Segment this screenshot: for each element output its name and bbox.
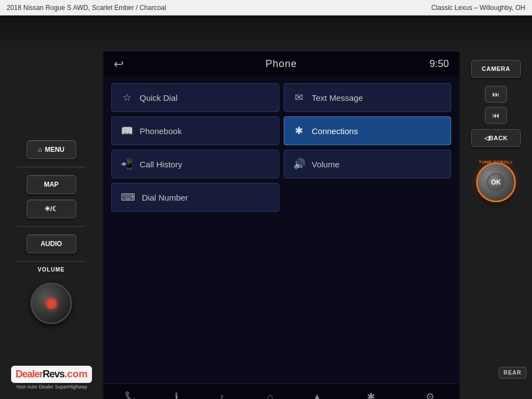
- quick-dial-icon: ☆: [121, 91, 133, 104]
- call-history-label: Call History: [140, 160, 182, 169]
- text-message-label: Text Message: [312, 93, 364, 103]
- rear-badge: REAR: [499, 367, 526, 378]
- map-label: MAP: [44, 181, 59, 188]
- nav-info[interactable]: ℹ Info: [166, 388, 187, 399]
- display-button[interactable]: ☀/☾: [27, 200, 76, 218]
- nav-connections[interactable]: ✱ Connections: [350, 388, 392, 399]
- media-buttons: ⏭ ⏮: [485, 86, 507, 124]
- skip-forward-button[interactable]: ⏭: [485, 86, 507, 103]
- phonebook-icon: 📖: [121, 125, 133, 137]
- menu-home-icon: ⌂: [38, 146, 42, 154]
- back-button[interactable]: ↩: [114, 57, 124, 71]
- text-message-icon: ✉: [293, 91, 305, 104]
- connections-button[interactable]: ✱ Connections: [284, 116, 452, 145]
- left-separator-1: [17, 167, 86, 167]
- dial-number-label: Dial Number: [142, 193, 188, 202]
- nav-audio[interactable]: ♪ Audio: [209, 389, 234, 400]
- nav-phone[interactable]: 📞 Phone: [117, 388, 144, 399]
- connections-label: Connections: [312, 126, 358, 136]
- top-bar-right: Classic Lexus – Willoughby, OH: [431, 4, 525, 12]
- text-message-button[interactable]: ✉ Text Message: [284, 83, 452, 112]
- volume-menu-button[interactable]: 🔊 Volume: [284, 150, 452, 178]
- nav-menu[interactable]: ⌂ MENU: [257, 389, 284, 400]
- volume-icon: 🔊: [293, 158, 305, 170]
- skip-back-button[interactable]: ⏮: [485, 107, 507, 124]
- screen-nav: 📞 Phone ℹ Info ♪ Audio ⌂ MENU ▲ Map ✱ Co…: [104, 383, 459, 399]
- call-history-icon: 📲: [121, 158, 133, 170]
- map-button[interactable]: MAP: [27, 175, 76, 194]
- nav-audio-icon: ♪: [219, 391, 224, 400]
- menu-button[interactable]: ⌂ MENU: [27, 140, 76, 159]
- dial-number-icon: ⌨: [121, 191, 135, 203]
- left-panel: ⌂ MENU MAP ☀/☾ AUDIO VOLUME: [0, 52, 103, 399]
- screen-header: ↩ Phone 9:50: [104, 52, 459, 76]
- nav-info-icon: ℹ: [175, 391, 178, 399]
- media-row-2: ⏮: [485, 107, 507, 124]
- media-row-1: ⏭: [485, 86, 507, 103]
- volume-menu-label: Volume: [312, 160, 340, 169]
- ok-label: OK: [491, 178, 501, 186]
- right-panel: CAMERA ⏭ ⏮ ◁BACK TUNE·SCROLL OK: [460, 52, 532, 399]
- menu-grid: ☆ Quick Dial ✉ Text Message 📖 Phonebook …: [104, 76, 459, 383]
- skip-back-icon: ⏮: [492, 111, 500, 120]
- nav-map-icon: ▲: [312, 391, 322, 400]
- tune-scroll-knob[interactable]: TUNE·SCROLL OK: [476, 162, 516, 202]
- nav-settings-icon: ⚙: [426, 391, 434, 399]
- connections-bluetooth-icon: ✱: [293, 125, 305, 137]
- screen-title: Phone: [265, 58, 297, 70]
- screen-time: 9:50: [429, 58, 449, 70]
- display-icon: ☀/☾: [44, 205, 58, 213]
- center-screen: ↩ Phone 9:50 ☆ Quick Dial ✉ Text Message…: [103, 52, 460, 399]
- ok-button[interactable]: OK: [487, 173, 505, 192]
- camera-label: CAMERA: [482, 65, 510, 72]
- top-bar: 2018 Nissan Rogue S AWD, Scarlet Ember /…: [0, 0, 532, 16]
- camera-button[interactable]: CAMERA: [471, 60, 521, 78]
- quick-dial-label: Quick Dial: [140, 93, 177, 103]
- back-nav-button[interactable]: ◁BACK: [471, 129, 521, 147]
- nav-phone-icon: 📞: [125, 391, 137, 399]
- skip-forward-icon: ⏭: [492, 90, 500, 99]
- nav-settings[interactable]: ⚙ Settings: [415, 388, 446, 399]
- volume-knob[interactable]: [30, 283, 72, 324]
- main-area: ⌂ MENU MAP ☀/☾ AUDIO VOLUME ↩ Phone 9:50…: [0, 52, 532, 399]
- nav-map[interactable]: ▲ Map: [306, 389, 328, 400]
- audio-button[interactable]: AUDIO: [27, 234, 76, 253]
- phonebook-label: Phonebook: [140, 126, 182, 136]
- car-interior-top: [0, 16, 532, 52]
- audio-label: AUDIO: [40, 240, 62, 248]
- quick-dial-button[interactable]: ☆ Quick Dial: [111, 83, 279, 112]
- menu-label: MENU: [45, 146, 64, 154]
- dial-number-button[interactable]: ⌨ Dial Number: [111, 183, 279, 212]
- tune-scroll-label: TUNE·SCROLL: [479, 160, 513, 165]
- back-nav-label: ◁BACK: [484, 135, 508, 142]
- volume-label: VOLUME: [38, 267, 65, 273]
- call-history-button[interactable]: 📲 Call History: [111, 150, 279, 178]
- phonebook-button[interactable]: 📖 Phonebook: [111, 116, 279, 145]
- left-separator-2: [17, 226, 86, 227]
- nav-menu-icon: ⌂: [267, 391, 273, 400]
- nav-connections-icon: ✱: [367, 391, 375, 399]
- left-separator-3: [17, 261, 86, 262]
- top-bar-left: 2018 Nissan Rogue S AWD, Scarlet Ember /…: [7, 4, 166, 12]
